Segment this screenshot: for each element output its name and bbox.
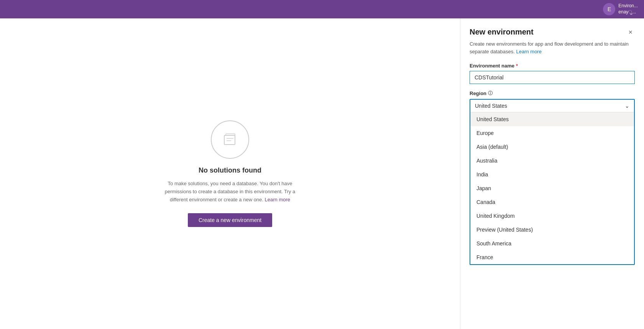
no-solutions-learn-more[interactable]: Learn more <box>265 197 290 202</box>
panel-learn-more[interactable]: Learn more <box>516 49 541 54</box>
region-label: Region ⓘ <box>470 90 635 97</box>
dropdown-item-south-america[interactable]: South America <box>470 237 634 250</box>
panel-description: Create new environments for app and flow… <box>470 40 635 55</box>
main-content: No solutions found To make solutions, yo… <box>0 18 644 329</box>
no-solutions-title: No solutions found <box>199 166 261 174</box>
panel-title: New environment <box>470 28 534 36</box>
center-area: No solutions found To make solutions, yo… <box>0 18 460 329</box>
no-solutions-icon <box>211 120 249 159</box>
dropdown-item-europe[interactable]: Europe <box>470 126 634 140</box>
env-line1: Environ... <box>618 3 638 9</box>
avatar-letter: E <box>608 6 611 12</box>
region-selected-value: United States <box>475 103 507 109</box>
region-dropdown-list: United StatesEuropeAsia (default)Austral… <box>470 112 634 264</box>
dropdown-item-australia[interactable]: Australia <box>470 154 634 168</box>
dropdown-item-india[interactable]: India <box>470 168 634 181</box>
env-name-label: Environment name * <box>470 63 635 69</box>
create-new-environment-button[interactable]: Create a new environment <box>188 213 272 227</box>
dropdown-item-preview-us[interactable]: Preview (United States) <box>470 223 634 237</box>
dropdown-item-uk[interactable]: United Kingdom <box>470 209 634 223</box>
region-info-icon[interactable]: ⓘ <box>488 90 493 97</box>
dropdown-item-us[interactable]: United States <box>470 112 634 126</box>
required-star: * <box>516 63 518 69</box>
region-dropdown-container: United States ⌄ United StatesEuropeAsia … <box>470 99 635 265</box>
dropdown-item-japan[interactable]: Japan <box>470 181 634 195</box>
svg-rect-1 <box>226 134 235 135</box>
topbar-env-info: Environ... enayु... <box>618 3 638 15</box>
svg-rect-0 <box>224 135 235 145</box>
dropdown-item-asia[interactable]: Asia (default) <box>470 140 634 154</box>
dropdown-item-france[interactable]: France <box>470 250 634 264</box>
dropdown-item-canada[interactable]: Canada <box>470 195 634 209</box>
env-line2: enayु... <box>618 9 638 15</box>
topbar-right: E Environ... enayु... <box>603 3 638 15</box>
panel-header: New environment × <box>470 28 635 37</box>
side-panel: New environment × Create new environment… <box>460 18 644 329</box>
no-solutions-desc: To make solutions, you need a database. … <box>157 180 303 204</box>
env-name-input[interactable] <box>470 71 635 84</box>
region-group: Region ⓘ United States ⌄ United StatesEu… <box>470 90 635 265</box>
avatar: E <box>603 3 615 15</box>
env-name-group: Environment name * <box>470 63 635 84</box>
region-select-display[interactable]: United States ⌄ <box>470 100 634 112</box>
close-button[interactable]: × <box>626 28 635 37</box>
chevron-down-icon: ⌄ <box>625 103 629 109</box>
topbar: E Environ... enayु... <box>0 0 644 18</box>
